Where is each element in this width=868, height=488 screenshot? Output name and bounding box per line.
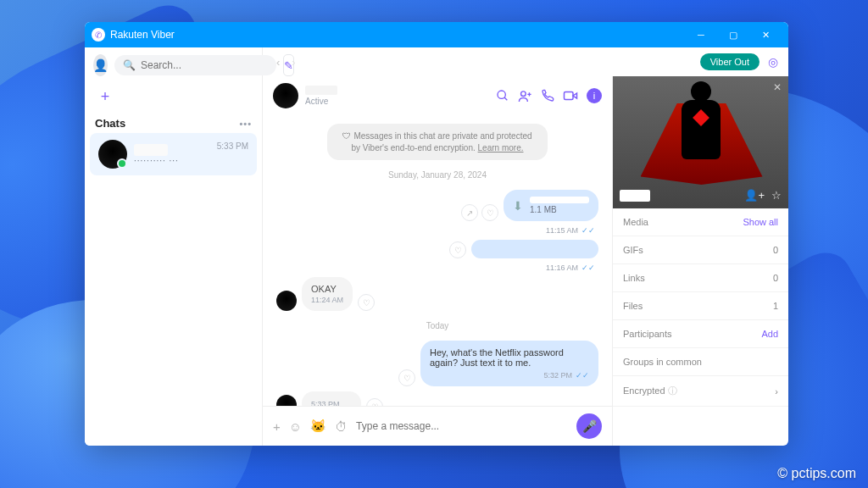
info-row-participants[interactable]: ParticipantsAdd — [613, 320, 788, 348]
read-receipt-icon: ✓✓ — [581, 263, 595, 272]
explore-icon[interactable]: ◎ — [768, 55, 778, 69]
search-chat-icon[interactable] — [496, 89, 509, 103]
heart-icon[interactable]: ♡ — [449, 241, 466, 258]
watermark: © pctips.com — [777, 466, 856, 481]
shield-icon: 🛡 — [342, 131, 351, 141]
info-row-encrypted[interactable]: Encrypted ⓘ› — [613, 376, 788, 407]
encryption-notice: 🛡Messages in this chat are private and p… — [327, 124, 548, 160]
sticker-icon[interactable]: 🐱 — [310, 419, 326, 434]
video-call-icon[interactable] — [563, 88, 578, 103]
share-icon[interactable]: ↗ — [461, 204, 478, 221]
info-row-media[interactable]: MediaShow all — [613, 208, 788, 236]
chat-time: 5:33 PM — [217, 141, 248, 151]
info-row-gifs[interactable]: GIFs0 — [613, 236, 788, 264]
chats-more-button[interactable]: ••• — [239, 119, 252, 129]
voice-message-button[interactable]: 🎤 — [576, 413, 602, 439]
message-time: 11:24 AM — [311, 296, 343, 304]
info-icon[interactable]: ⓘ — [668, 385, 677, 396]
add-contact-icon[interactable] — [518, 89, 532, 103]
message-text: OKAY — [311, 284, 337, 294]
contact-status: Active — [305, 97, 489, 106]
maximize-button[interactable]: ▢ — [717, 22, 749, 47]
message-text: Hey, what's the Netflix password again? … — [430, 347, 564, 368]
sender-avatar — [276, 291, 297, 311]
contact-hero-image: ✕ 👤+☆ — [613, 76, 788, 208]
chevron-right-icon: › — [775, 386, 778, 396]
app-logo-icon: ✆ — [92, 28, 105, 42]
date-separator: Today — [426, 321, 449, 330]
close-button[interactable]: ✕ — [749, 22, 782, 47]
contact-avatar[interactable] — [273, 83, 298, 108]
chats-heading: Chats — [95, 117, 125, 130]
message-row: OKAY 11:24 AM ♡ — [276, 277, 598, 311]
read-receipt-icon: ✓✓ — [576, 371, 589, 380]
info-button[interactable]: i — [587, 88, 602, 103]
minimize-button[interactable]: ─ — [685, 22, 717, 47]
app-window: ✆ Rakuten Viber ─ ▢ ✕ 👤 🔍 ✎ + Chats ••• — [85, 22, 788, 446]
message-input[interactable] — [356, 420, 568, 432]
message-time: 11:16 AM — [546, 263, 578, 272]
svg-point-2 — [521, 91, 526, 96]
message-bubble[interactable]: OKAY 11:24 AM — [302, 277, 353, 311]
info-row-links[interactable]: Links0 — [613, 264, 788, 292]
titlebar: ✆ Rakuten Viber ─ ▢ ✕ — [85, 22, 788, 47]
message-row: ♡ — [276, 240, 598, 258]
message-time: 5:32 PM — [543, 371, 572, 380]
heart-icon[interactable]: ♡ — [481, 204, 498, 221]
date-separator: Sunday, January 28, 2024 — [388, 170, 487, 180]
learn-more-link[interactable]: Learn more. — [478, 143, 524, 152]
heart-icon[interactable]: ♡ — [366, 398, 383, 406]
sender-avatar — [276, 395, 297, 406]
profile-avatar[interactable]: 👤 — [93, 54, 108, 76]
search-input[interactable] — [141, 59, 268, 71]
add-contact-hero-icon[interactable]: 👤+ — [744, 189, 765, 202]
search-input-wrap[interactable]: 🔍 — [114, 55, 276, 75]
file-size: 1.1 MB — [530, 205, 589, 214]
nav-fwd-button[interactable]: › — [288, 54, 298, 70]
info-row-groups[interactable]: Groups in common — [613, 348, 788, 376]
message-time: 5:33 PM — [311, 400, 352, 406]
chat-name — [134, 144, 168, 156]
viber-out-button[interactable]: Viber Out — [700, 53, 760, 70]
chat-avatar — [98, 140, 127, 169]
window-title: Rakuten Viber — [110, 29, 685, 41]
svg-point-0 — [498, 91, 505, 98]
heart-icon[interactable]: ♡ — [398, 369, 415, 386]
chat-list-item[interactable]: ·········· ··· 5:33 PM — [90, 133, 257, 175]
svg-line-1 — [504, 97, 507, 100]
message-time: 11:15 AM — [546, 226, 578, 235]
contact-name — [305, 86, 337, 95]
messages-area: 🛡Messages in this chat are private and p… — [263, 115, 612, 406]
message-row: ↗♡ ⬇1.1 MB — [276, 190, 598, 221]
message-bubble[interactable]: 5:33 PM — [302, 391, 361, 406]
emoji-icon[interactable]: ☺ — [289, 419, 302, 434]
search-icon: 🔍 — [123, 59, 136, 71]
message-row: 5:33 PM ♡ — [276, 391, 598, 406]
read-receipt-icon: ✓✓ — [581, 226, 595, 235]
nav-back-button[interactable]: ‹ — [273, 54, 283, 70]
conversation-header: Active i — [263, 76, 612, 115]
favorite-icon[interactable]: ☆ — [771, 189, 782, 202]
message-bubble[interactable]: ⬇1.1 MB — [504, 190, 598, 221]
heart-icon[interactable]: ♡ — [358, 294, 375, 311]
contact-name-tag — [620, 190, 650, 202]
message-row: ♡ Hey, what's the Netflix password again… — [276, 341, 598, 386]
close-panel-icon[interactable]: ✕ — [773, 81, 782, 93]
info-row-files[interactable]: Files1 — [613, 292, 788, 320]
topbar: ‹ › Viber Out ◎ — [263, 47, 788, 76]
sidebar: 👤 🔍 ✎ + Chats ••• ·········· ··· 5:33 PM — [85, 47, 263, 446]
svg-rect-5 — [565, 92, 574, 100]
add-participant-link[interactable]: Add — [761, 329, 778, 339]
timer-icon[interactable]: ⏱ — [335, 419, 348, 434]
show-all-link[interactable]: Show all — [743, 217, 778, 227]
message-bubble[interactable]: Hey, what's the Netflix password again? … — [420, 341, 598, 386]
chat-preview: ·········· ··· — [134, 156, 210, 165]
info-panel: ✕ 👤+☆ MediaShow all GIFs0 Links0 Files1 … — [613, 76, 788, 446]
message-bubble[interactable] — [471, 240, 598, 258]
attach-icon[interactable]: + — [273, 419, 281, 434]
download-icon[interactable]: ⬇ — [513, 199, 523, 213]
message-composer: + ☺ 🐱 ⏱ 🎤 — [263, 406, 612, 446]
add-button[interactable]: + — [95, 86, 115, 107]
call-icon[interactable] — [541, 89, 554, 103]
